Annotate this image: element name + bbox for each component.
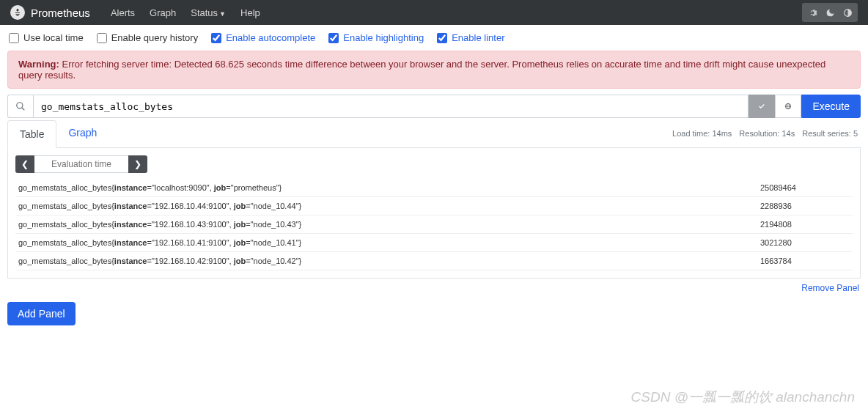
nav-status[interactable]: Status▼ — [183, 7, 233, 18]
navbar: Prometheus Alerts Graph Status▼ Help — [0, 0, 868, 25]
stat-resolution: Resolution: 14s — [739, 129, 795, 138]
table-row: go_memstats_alloc_bytes{instance="192.16… — [15, 197, 853, 215]
brand[interactable]: Prometheus — [10, 5, 90, 20]
value-cell: 2194808 — [757, 215, 853, 234]
time-prev-button[interactable]: ❮ — [15, 155, 34, 173]
value-cell: 1663784 — [757, 252, 853, 270]
search-icon — [7, 95, 33, 118]
query-stats: Load time: 14ms Resolution: 14s Result s… — [672, 129, 861, 138]
time-next-button[interactable]: ❯ — [128, 155, 147, 173]
svg-point-1 — [17, 103, 23, 108]
metric-cell: go_memstats_alloc_bytes{instance="localh… — [15, 179, 757, 197]
opt-highlighting[interactable]: Enable highlighting — [328, 32, 424, 43]
warning-text: Error fetching server time: Detected 68.… — [18, 59, 825, 81]
nav-help[interactable]: Help — [233, 7, 268, 18]
opt-query-history[interactable]: Enable query history — [97, 32, 199, 43]
warning-label: Warning: — [18, 59, 59, 70]
value-cell: 2288936 — [757, 197, 853, 215]
query-row: Execute — [7, 95, 861, 118]
prometheus-logo-icon — [10, 5, 25, 20]
time-nav: ❮ ❯ — [15, 155, 853, 173]
nav-alerts[interactable]: Alerts — [103, 7, 142, 18]
globe-button[interactable] — [775, 95, 801, 118]
stat-series: Result series: 5 — [802, 129, 858, 138]
table-row: go_memstats_alloc_bytes{instance="192.16… — [15, 252, 853, 270]
evaluation-time-input[interactable] — [34, 155, 128, 173]
brand-text: Prometheus — [31, 7, 90, 19]
value-cell: 25089464 — [757, 179, 853, 197]
metric-cell: go_memstats_alloc_bytes{instance="192.16… — [15, 234, 757, 252]
remove-panel-link[interactable]: Remove Panel — [7, 279, 861, 293]
options-row: Use local time Enable query history Enab… — [0, 25, 868, 51]
moon-icon[interactable] — [821, 4, 839, 21]
chevron-down-icon: ▼ — [219, 10, 226, 18]
table-row: go_memstats_alloc_bytes{instance="localh… — [15, 179, 853, 197]
query-input[interactable] — [33, 95, 749, 118]
opt-autocomplete[interactable]: Enable autocomplete — [211, 32, 315, 43]
execute-button[interactable]: Execute — [801, 95, 861, 118]
warning-alert: Warning: Error fetching server time: Det… — [7, 51, 861, 89]
results-box: ❮ ❯ go_memstats_alloc_bytes{instance="lo… — [7, 148, 861, 279]
svg-line-2 — [22, 108, 25, 111]
add-panel-button[interactable]: Add Panel — [7, 302, 76, 325]
format-button[interactable] — [749, 95, 775, 118]
tab-table[interactable]: Table — [7, 120, 56, 148]
opt-local-time[interactable]: Use local time — [9, 32, 84, 43]
contrast-icon[interactable] — [839, 4, 856, 21]
metric-cell: go_memstats_alloc_bytes{instance="192.16… — [15, 197, 757, 215]
tab-graph[interactable]: Graph — [56, 119, 108, 147]
metric-cell: go_memstats_alloc_bytes{instance="192.16… — [15, 252, 757, 270]
gear-icon[interactable] — [803, 4, 821, 21]
opt-linter[interactable]: Enable linter — [437, 32, 504, 43]
nav-graph[interactable]: Graph — [142, 7, 183, 18]
results-table: go_memstats_alloc_bytes{instance="localh… — [15, 179, 853, 270]
stat-load: Load time: 14ms — [672, 129, 732, 138]
metric-cell: go_memstats_alloc_bytes{instance="192.16… — [15, 215, 757, 234]
tabs: Table Graph Load time: 14ms Resolution: … — [7, 119, 861, 148]
table-row: go_memstats_alloc_bytes{instance="192.16… — [15, 215, 853, 234]
theme-controls — [802, 3, 858, 22]
table-row: go_memstats_alloc_bytes{instance="192.16… — [15, 234, 853, 252]
query-panel: Warning: Error fetching server time: Det… — [7, 51, 861, 293]
value-cell: 3021280 — [757, 234, 853, 252]
